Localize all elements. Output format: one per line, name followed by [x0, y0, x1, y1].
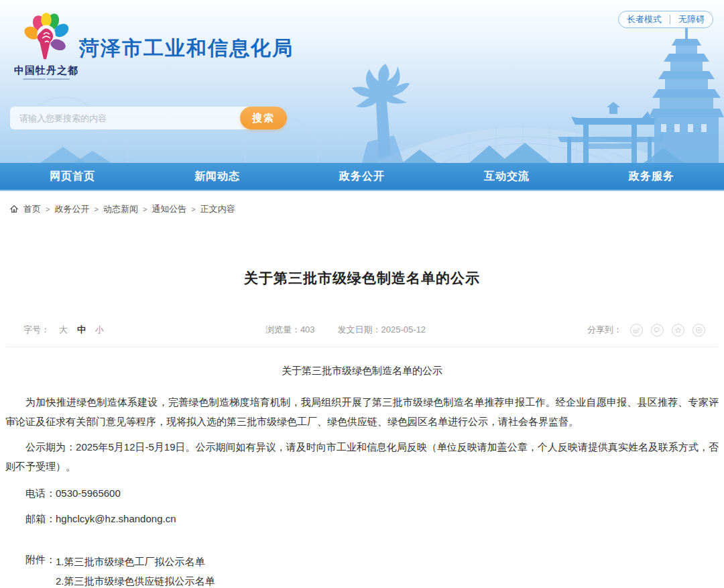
- city-skyline-illustration: [0, 0, 724, 163]
- view-count-label: 浏览量：: [265, 325, 300, 335]
- publish-date-value: 2025-05-12: [381, 325, 426, 335]
- contact-email: 邮箱：hghclcyk@hz.shandong.cn: [25, 511, 719, 527]
- article-body: 关于第三批市级绿色制造名单的公示 为加快推进绿色制造体系建设，完善绿色制造梯度培…: [0, 347, 724, 588]
- breadcrumb-notices[interactable]: 通知公告: [152, 203, 186, 215]
- breadcrumb-home[interactable]: 首页: [23, 203, 41, 215]
- site-title: 菏泽市工业和信息化局: [79, 35, 294, 62]
- email-label: 邮箱：: [25, 513, 56, 524]
- phone-label: 电话：: [25, 487, 56, 499]
- attachments-list: 1.第三批市级绿色工厂拟公示名单 2.第三批市级绿色供应链拟公示名单 3.第三批…: [56, 554, 215, 588]
- elder-mode-button[interactable]: 长者模式: [619, 13, 670, 25]
- search-input[interactable]: [10, 107, 278, 129]
- publish-date-label: 发文日期：: [338, 325, 381, 335]
- barrier-free-button[interactable]: 无障碍: [670, 13, 713, 25]
- font-size-control: 字号： 大 中 小: [23, 324, 104, 336]
- logo-subtext-line: [9, 78, 83, 82]
- article-subtitle: 关于第三批市级绿色制造名单的公示: [5, 365, 719, 377]
- breadcrumb-separator: >: [94, 205, 98, 213]
- nav-item-home[interactable]: 网页首页: [0, 170, 145, 184]
- nav-item-news[interactable]: 新闻动态: [145, 170, 290, 184]
- peony-logo-icon: [20, 12, 72, 64]
- breadcrumb-separator: >: [191, 205, 195, 213]
- share-wechat-icon[interactable]: [651, 324, 664, 337]
- email-value: hghclcyk@hz.shandong.cn: [56, 513, 176, 524]
- home-icon: [9, 204, 19, 214]
- share-qzone-icon[interactable]: [672, 324, 684, 337]
- contact-phone: 电话：0530-5965600: [25, 485, 719, 502]
- article-stats: 浏览量：403 发文日期：2025-05-12: [104, 324, 587, 336]
- article-paragraph-1: 为加快推进绿色制造体系建设，完善绿色制造梯度培育机制，我局组织开展了第三批市级绿…: [5, 392, 719, 431]
- attachment-link-green-supply-chain[interactable]: 2.第三批市级绿色供应链拟公示名单: [56, 573, 215, 588]
- breadcrumb-separator: >: [46, 205, 50, 213]
- site-banner: 中国牡丹之都 菏泽市工业和信息化局 长者模式 无障碍 搜索: [0, 0, 724, 163]
- share-toolbar: 分享到：: [587, 324, 705, 337]
- font-size-small-button[interactable]: 小: [95, 324, 104, 336]
- attachments-section: 附件： 1.第三批市级绿色工厂拟公示名单 2.第三批市级绿色供应链拟公示名单 3…: [25, 554, 719, 588]
- view-count-value: 403: [300, 325, 315, 335]
- share-label: 分享到：: [587, 324, 622, 336]
- attachments-label: 附件：: [25, 554, 56, 588]
- font-size-label: 字号：: [23, 324, 50, 336]
- breadcrumb-current: 正文内容: [200, 203, 235, 215]
- view-count: 浏览量：403: [265, 324, 315, 336]
- search-bar: 搜索: [10, 107, 278, 129]
- article-paragraph-2: 公示期为：2025年5月12日-5月19日。公示期间如有异议，请及时向市工业和信…: [5, 437, 719, 476]
- breadcrumb: 首页 > 政务公开 > 动态新闻 > 通知公告 > 正文内容: [0, 191, 724, 222]
- phone-value: 0530-5965600: [56, 487, 121, 499]
- nav-item-gov-info[interactable]: 政务公开: [290, 170, 434, 184]
- attachment-link-green-factory[interactable]: 1.第三批市级绿色工厂拟公示名单: [56, 554, 215, 570]
- search-button[interactable]: 搜索: [240, 107, 287, 129]
- publish-date: 发文日期：2025-05-12: [338, 324, 426, 336]
- article-meta-bar: 字号： 大 中 小 浏览量：403 发文日期：2025-05-12 分享到：: [0, 322, 724, 337]
- breadcrumb-separator: >: [143, 205, 147, 213]
- share-wechat-moments-icon[interactable]: [692, 324, 705, 337]
- breadcrumb-dynamic-news[interactable]: 动态新闻: [103, 203, 138, 215]
- accessibility-toolbar: 长者模式 无障碍: [618, 11, 713, 28]
- main-navigation: 网页首页 新闻动态 政务公开 互动交流 政务服务: [0, 163, 724, 191]
- font-size-medium-button[interactable]: 中: [77, 324, 86, 336]
- font-size-large-button[interactable]: 大: [59, 324, 68, 336]
- nav-item-interaction[interactable]: 互动交流: [434, 170, 579, 184]
- article-title: 关于第三批市级绿色制造名单的公示: [0, 269, 724, 288]
- logo-text: 中国牡丹之都: [9, 64, 83, 77]
- breadcrumb-gov-info[interactable]: 政务公开: [54, 203, 89, 215]
- share-weibo-icon[interactable]: [630, 324, 643, 337]
- site-logo[interactable]: 中国牡丹之都: [9, 12, 83, 82]
- nav-item-services[interactable]: 政务服务: [579, 170, 724, 184]
